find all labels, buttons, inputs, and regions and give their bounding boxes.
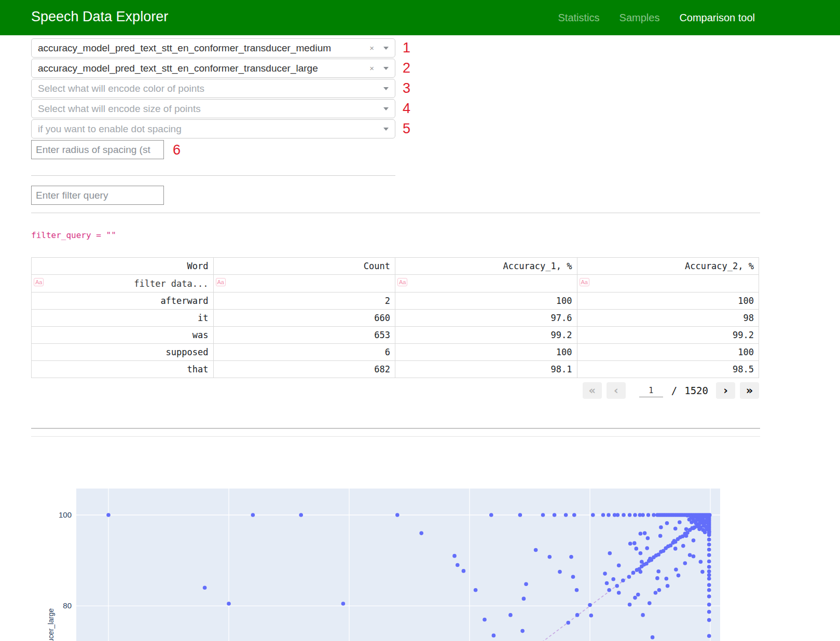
data-point[interactable]	[575, 613, 580, 617]
data-point[interactable]	[684, 534, 688, 538]
data-point[interactable]	[674, 567, 678, 572]
data-point[interactable]	[707, 583, 711, 587]
data-point[interactable]	[659, 525, 663, 529]
data-point[interactable]	[678, 520, 682, 524]
accuracy-scatter-plot[interactable]: 10080accuracy_model_pred_text_stt_en_con…	[0, 470, 840, 641]
prev-page-button[interactable]: ‹	[607, 382, 626, 399]
select-control-5[interactable]: if you want to enable dot spacing	[31, 119, 395, 138]
data-point[interactable]	[615, 584, 619, 588]
data-point[interactable]	[707, 618, 711, 622]
data-point[interactable]	[673, 527, 678, 531]
data-point[interactable]	[628, 513, 632, 517]
data-point[interactable]	[707, 513, 711, 518]
select-control-1[interactable]: accuracy_model_pred_text_stt_en_conforme…	[31, 38, 395, 58]
data-point[interactable]	[628, 542, 632, 546]
data-point[interactable]	[648, 556, 652, 561]
last-page-button[interactable]: »	[740, 382, 759, 399]
column-filter-cell[interactable]: Aa	[213, 275, 395, 292]
data-point[interactable]	[641, 613, 645, 617]
data-point[interactable]	[616, 513, 620, 517]
page-number-input[interactable]	[639, 384, 663, 397]
data-point[interactable]	[203, 586, 207, 590]
data-point[interactable]	[703, 531, 707, 535]
data-point[interactable]	[707, 542, 711, 547]
data-point[interactable]	[707, 634, 711, 638]
data-point[interactable]	[658, 534, 663, 538]
data-point[interactable]	[666, 584, 670, 588]
case-sensitive-icon[interactable]: Aa	[34, 278, 44, 286]
data-point[interactable]	[251, 513, 255, 517]
next-page-button[interactable]: ›	[716, 382, 735, 399]
data-point[interactable]	[534, 548, 538, 552]
chevron-down-icon[interactable]	[383, 107, 389, 110]
column-header[interactable]: Word	[32, 258, 214, 275]
chevron-down-icon[interactable]	[383, 87, 389, 90]
data-point[interactable]	[632, 541, 637, 546]
data-point[interactable]	[508, 613, 513, 617]
data-point[interactable]	[605, 581, 609, 586]
data-point[interactable]	[652, 513, 656, 517]
data-point[interactable]	[569, 555, 573, 559]
nav-link-comparison-tool[interactable]: Comparison tool	[679, 12, 755, 24]
data-point[interactable]	[683, 561, 687, 565]
chevron-down-icon[interactable]	[383, 128, 389, 131]
data-point[interactable]	[628, 603, 632, 607]
data-point[interactable]	[633, 596, 637, 600]
case-sensitive-icon[interactable]: Aa	[397, 278, 407, 286]
data-point[interactable]	[589, 614, 594, 618]
data-point[interactable]	[636, 593, 640, 597]
data-point[interactable]	[672, 539, 677, 543]
data-point[interactable]	[646, 513, 651, 517]
data-point[interactable]	[627, 575, 631, 579]
data-point[interactable]	[489, 513, 493, 517]
data-point[interactable]	[665, 577, 669, 581]
data-point[interactable]	[707, 573, 711, 577]
filter-query-input[interactable]	[31, 186, 164, 205]
data-point[interactable]	[692, 554, 696, 559]
data-point[interactable]	[707, 553, 711, 557]
data-point[interactable]	[607, 513, 611, 517]
case-sensitive-icon[interactable]: Aa	[216, 278, 226, 286]
first-page-button[interactable]: «	[583, 382, 602, 399]
column-filter-cell[interactable]: Aafilter data...	[32, 275, 214, 292]
data-point[interactable]	[571, 575, 575, 579]
column-header[interactable]: Accuracy_1, %	[395, 258, 577, 275]
data-point[interactable]	[548, 555, 552, 559]
column-filter-cell[interactable]: Aa	[395, 275, 577, 292]
chevron-down-icon[interactable]	[383, 67, 389, 70]
data-point[interactable]	[558, 570, 562, 574]
data-point[interactable]	[692, 526, 696, 531]
data-point[interactable]	[654, 591, 658, 595]
data-point[interactable]	[639, 570, 643, 574]
data-point[interactable]	[611, 577, 615, 581]
data-point[interactable]	[474, 588, 478, 592]
case-sensitive-icon[interactable]: Aa	[580, 278, 589, 286]
data-point[interactable]	[462, 569, 466, 573]
data-point[interactable]	[692, 538, 696, 542]
data-point[interactable]	[341, 602, 346, 606]
data-point[interactable]	[656, 569, 660, 574]
data-point[interactable]	[617, 564, 621, 568]
data-point[interactable]	[603, 572, 607, 576]
data-point[interactable]	[639, 551, 643, 555]
data-point[interactable]	[601, 513, 605, 517]
data-point[interactable]	[640, 560, 644, 564]
data-point[interactable]	[699, 560, 703, 564]
data-point[interactable]	[684, 527, 688, 531]
data-point[interactable]	[677, 574, 681, 578]
data-point[interactable]	[707, 560, 711, 564]
data-point[interactable]	[707, 588, 711, 592]
data-point[interactable]	[607, 588, 611, 592]
data-point[interactable]	[645, 546, 649, 550]
data-point[interactable]	[608, 551, 612, 555]
data-point[interactable]	[707, 610, 711, 614]
select-control-4[interactable]: Select what will encode size of points	[31, 99, 395, 118]
data-point[interactable]	[707, 530, 711, 534]
data-point[interactable]	[566, 621, 570, 625]
data-point[interactable]	[522, 597, 526, 601]
data-point[interactable]	[657, 588, 662, 592]
data-point[interactable]	[631, 571, 636, 575]
data-point[interactable]	[621, 579, 625, 583]
data-point[interactable]	[707, 569, 711, 574]
select-control-3[interactable]: Select what will encode color of points	[31, 79, 395, 98]
